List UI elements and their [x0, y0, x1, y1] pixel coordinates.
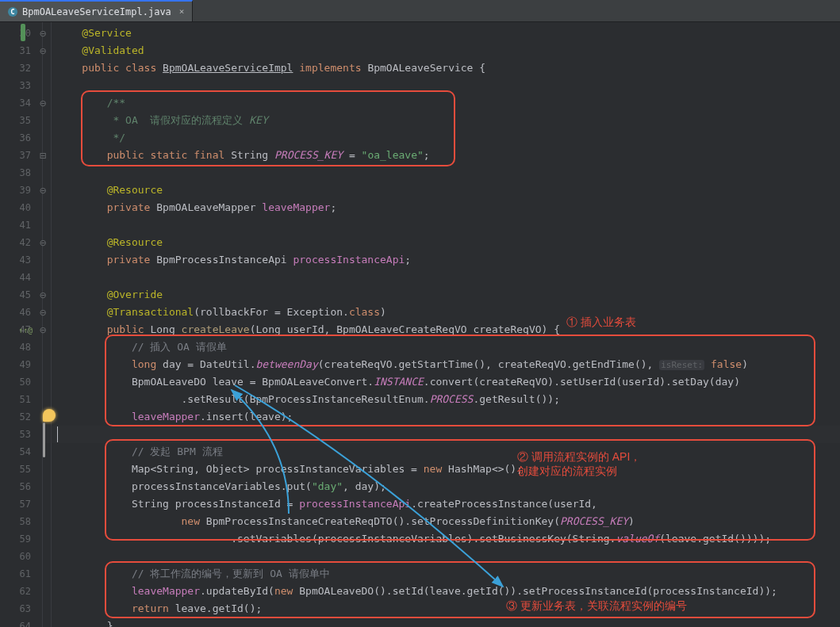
code-line-48: // 插入 OA 请假单	[43, 338, 840, 356]
line-number: 35	[0, 112, 42, 129]
code-line-33	[43, 77, 840, 94]
fold-toggle-icon[interactable]: ⊖	[33, 234, 52, 251]
code-line-42: @Resource	[43, 234, 840, 251]
fold-toggle-icon[interactable]: ⊟	[33, 147, 52, 164]
code-line-61: // 将工作流的编号，更新到 OA 请假单中	[43, 565, 840, 583]
code-line-44	[43, 269, 840, 286]
code-line-38	[43, 164, 840, 182]
line-number: 43	[0, 251, 42, 269]
line-number: 40	[0, 199, 42, 216]
code-line-40: private BpmOALeaveMapper leaveMapper;	[43, 199, 840, 216]
line-number: 41	[0, 216, 42, 234]
code-line-35: * OA 请假对应的流程定义 KEY	[43, 112, 840, 129]
code-line-60	[43, 548, 840, 565]
annotation-3: ③ 更新业务表，关联流程实例的编号	[506, 599, 687, 614]
annotation-1: ① 插入业务表	[566, 315, 636, 330]
code-line-37: public static final String PROCESS_KEY =…	[43, 147, 840, 164]
code-line-31: @Validated	[43, 42, 840, 59]
fold-toggle-icon[interactable]: ⊖	[33, 286, 52, 304]
line-number: 55	[0, 461, 42, 478]
file-tab[interactable]: C BpmOALeaveServiceImpl.java ×	[0, 0, 193, 21]
code-line-30: @Service	[43, 25, 840, 42]
line-number: 50	[0, 373, 42, 391]
line-number: 64	[0, 617, 42, 627]
code-line-64: }	[43, 617, 840, 627]
code-line-47: public Long createLeave(Long userId, Bpm…	[43, 321, 840, 338]
line-number: 54	[0, 443, 42, 461]
line-number: 51	[0, 391, 42, 408]
code-line-46: @Transactional(rollbackFor = Exception.c…	[43, 304, 840, 321]
fold-toggle-icon[interactable]: ⊖	[33, 42, 52, 59]
code-line-62: leaveMapper.updateById(new BpmOALeaveDO(…	[43, 583, 840, 600]
fold-toggle-icon[interactable]: ⊖	[33, 182, 52, 199]
line-number: 58	[0, 513, 42, 530]
line-number: 33	[0, 77, 42, 94]
annotation-2-line1: ② 调用流程实例的 API，	[517, 450, 641, 465]
line-number: 63	[0, 600, 42, 617]
line-number: 48	[0, 338, 42, 356]
line-number: 32	[0, 59, 42, 77]
close-icon[interactable]: ×	[179, 6, 185, 17]
code-line-45: @Override	[43, 286, 840, 304]
code-line-43: private BpmProcessInstanceApi processIns…	[43, 251, 840, 269]
file-tab-label: BpmOALeaveServiceImpl.java	[22, 6, 171, 17]
code-line-56: processInstanceVariables.put("day", day)…	[43, 478, 840, 495]
code-line-36: */	[43, 129, 840, 147]
code-line-59: .setVariables(processInstanceVariables).…	[43, 530, 840, 548]
code-line-54: // 发起 BPM 流程	[43, 443, 840, 461]
code-line-49: long day = DateUtil.betweenDay(createReq…	[43, 356, 840, 373]
caret-row-marker	[43, 422, 45, 457]
line-number: 61	[0, 565, 42, 583]
fold-toggle-icon[interactable]: ⊖	[33, 304, 52, 321]
annotation-2-line2: 创建对应的流程实例	[517, 465, 617, 479]
override-marker-icon[interactable]: ↑↑@	[10, 321, 41, 338]
line-number: 49	[0, 356, 42, 373]
line-number: 44	[0, 269, 42, 286]
line-number: 62	[0, 583, 42, 600]
code-line-50: BpmOALeaveDO leave = BpmOALeaveConvert.I…	[43, 373, 840, 391]
line-number: 53	[0, 426, 42, 443]
line-number: 52	[0, 408, 42, 426]
line-number: 60	[0, 548, 42, 565]
code-line-55: Map<String, Object> processInstanceVaria…	[43, 461, 840, 478]
intention-bulb-icon[interactable]	[43, 409, 56, 422]
code-line-34: /**	[43, 94, 840, 112]
editor-pane: 3031323334353637383940414243444546474849…	[0, 22, 840, 627]
code-line-51: .setResult(BpmProcessInstanceResultEnum.…	[43, 391, 840, 408]
fold-toggle-icon[interactable]: ⊖	[33, 94, 52, 112]
vcs-marker-icon	[21, 24, 25, 41]
editor-tab-bar: C BpmOALeaveServiceImpl.java ×	[0, 0, 840, 22]
line-number: 36	[0, 129, 42, 147]
code-line-52: leaveMapper.insert(leave);	[43, 408, 840, 426]
line-number: 38	[0, 164, 42, 182]
code-line-53	[43, 426, 840, 443]
code-line-39: @Resource	[43, 182, 840, 199]
line-number: 56	[0, 478, 42, 495]
fold-toggle-icon[interactable]: ⊖	[33, 25, 52, 42]
code-line-41	[43, 216, 840, 234]
code-line-57: String processInstanceId = processInstan…	[43, 495, 840, 513]
class-file-icon: C	[8, 7, 17, 17]
code-line-32: public class BpmOALeaveServiceImpl imple…	[43, 59, 840, 77]
line-number: 57	[0, 495, 42, 513]
code-area[interactable]: @Service @Validated public class BpmOALe…	[43, 22, 840, 627]
line-number: 59	[0, 530, 42, 548]
code-line-63: return leave.getId();	[43, 600, 840, 617]
code-line-58: new BpmProcessInstanceCreateReqDTO().set…	[43, 513, 840, 530]
